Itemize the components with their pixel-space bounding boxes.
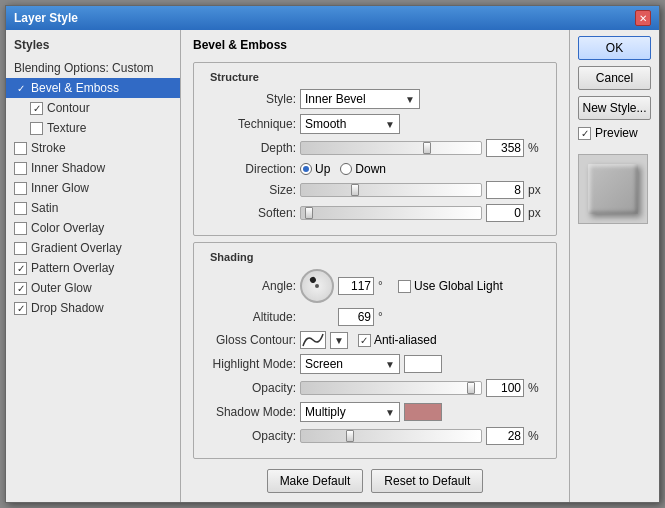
make-default-button[interactable]: Make Default (267, 469, 364, 493)
altitude-unit: ° (378, 310, 394, 324)
direction-down-item[interactable]: Down (340, 162, 386, 176)
angle-content: 117 ° Use Global Light (300, 269, 544, 303)
gloss-contour-label: Gloss Contour: (206, 333, 296, 347)
shadow-color-swatch[interactable] (404, 403, 442, 421)
direction-up-radio[interactable] (300, 163, 312, 175)
shadow-mode-dropdown[interactable]: Multiply ▼ (300, 402, 400, 422)
sidebar-item-stroke[interactable]: Stroke (6, 138, 180, 158)
style-dropdown-arrow: ▼ (405, 94, 415, 105)
shadow-opacity-input[interactable]: 28 (486, 427, 524, 445)
inner-glow-checkbox[interactable] (14, 182, 27, 195)
sidebar-item-blending-options[interactable]: Blending Options: Custom (6, 58, 180, 78)
sidebar-item-satin[interactable]: Satin (6, 198, 180, 218)
soften-input[interactable]: 0 (486, 204, 524, 222)
sidebar-item-inner-glow[interactable]: Inner Glow (6, 178, 180, 198)
sidebar-item-drop-shadow[interactable]: Drop Shadow (6, 298, 180, 318)
contour-checkbox[interactable] (30, 102, 43, 115)
structure-section: Structure Style: Inner Bevel ▼ Technique… (193, 62, 557, 236)
use-global-light-checkbox[interactable] (398, 280, 411, 293)
pattern-overlay-checkbox[interactable] (14, 262, 27, 275)
soften-slider-thumb (305, 207, 313, 219)
depth-row: Depth: 358 % (206, 139, 544, 157)
technique-value: Smooth (305, 117, 346, 131)
sidebar-item-bevel-emboss[interactable]: Bevel & Emboss (6, 78, 180, 98)
sidebar-item-gradient-overlay[interactable]: Gradient Overlay (6, 238, 180, 258)
highlight-opacity-label: Opacity: (206, 381, 296, 395)
depth-slider[interactable] (300, 141, 482, 155)
sidebar-item-color-overlay[interactable]: Color Overlay (6, 218, 180, 238)
drop-shadow-label: Drop Shadow (31, 301, 104, 315)
technique-label: Technique: (206, 117, 296, 131)
blending-options-label: Blending Options: Custom (14, 61, 153, 75)
shadow-opacity-slider[interactable] (300, 429, 482, 443)
gloss-contour-content: ▼ Anti-aliased (300, 331, 544, 349)
direction-content: Up Down (300, 162, 544, 176)
highlight-opacity-unit: % (528, 381, 544, 395)
soften-row: Soften: 0 px (206, 204, 544, 222)
satin-label: Satin (31, 201, 58, 215)
sidebar-item-pattern-overlay[interactable]: Pattern Overlay (6, 258, 180, 278)
stroke-checkbox[interactable] (14, 142, 27, 155)
inner-glow-label: Inner Glow (31, 181, 89, 195)
structure-subtitle: Structure (206, 71, 544, 83)
style-content: Inner Bevel ▼ (300, 89, 544, 109)
contour-dropdown-arrow[interactable]: ▼ (330, 332, 348, 349)
direction-label: Direction: (206, 162, 296, 176)
pattern-overlay-label: Pattern Overlay (31, 261, 114, 275)
stroke-label: Stroke (31, 141, 66, 155)
highlight-color-swatch[interactable] (404, 355, 442, 373)
contour-label: Contour (47, 101, 90, 115)
bevel-emboss-label: Bevel & Emboss (31, 81, 119, 95)
new-style-button[interactable]: New Style... (578, 96, 651, 120)
sidebar-item-outer-glow[interactable]: Outer Glow (6, 278, 180, 298)
highlight-mode-dropdown[interactable]: Screen ▼ (300, 354, 400, 374)
texture-checkbox[interactable] (30, 122, 43, 135)
shading-subtitle: Shading (206, 251, 544, 263)
altitude-label: Altitude: (206, 310, 296, 324)
inner-shadow-checkbox[interactable] (14, 162, 27, 175)
technique-dropdown-arrow: ▼ (385, 119, 395, 130)
angle-input[interactable]: 117 (338, 277, 374, 295)
sidebar-item-texture[interactable]: Texture (6, 118, 180, 138)
anti-aliased-container[interactable]: Anti-aliased (358, 333, 437, 347)
style-dropdown[interactable]: Inner Bevel ▼ (300, 89, 420, 109)
technique-dropdown[interactable]: Smooth ▼ (300, 114, 400, 134)
cancel-button[interactable]: Cancel (578, 66, 651, 90)
preview-checkbox[interactable] (578, 127, 591, 140)
ok-button[interactable]: OK (578, 36, 651, 60)
shadow-mode-value: Multiply (305, 405, 346, 419)
sidebar-item-contour[interactable]: Contour (6, 98, 180, 118)
size-slider[interactable] (300, 183, 482, 197)
shadow-opacity-unit: % (528, 429, 544, 443)
gradient-overlay-checkbox[interactable] (14, 242, 27, 255)
technique-content: Smooth ▼ (300, 114, 544, 134)
style-label: Style: (206, 92, 296, 106)
soften-slider[interactable] (300, 206, 482, 220)
satin-checkbox[interactable] (14, 202, 27, 215)
close-button[interactable]: ✕ (635, 10, 651, 26)
highlight-opacity-slider[interactable] (300, 381, 482, 395)
color-overlay-checkbox[interactable] (14, 222, 27, 235)
dialog-title: Layer Style (14, 11, 78, 25)
angle-wheel[interactable] (300, 269, 334, 303)
soften-label: Soften: (206, 206, 296, 220)
direction-down-radio[interactable] (340, 163, 352, 175)
size-input[interactable]: 8 (486, 181, 524, 199)
reset-to-default-button[interactable]: Reset to Default (371, 469, 483, 493)
highlight-mode-arrow: ▼ (385, 359, 395, 370)
left-panel: Styles Blending Options: Custom Bevel & … (6, 30, 181, 502)
shadow-opacity-content: 28 % (300, 427, 544, 445)
direction-up-item[interactable]: Up (300, 162, 330, 176)
contour-preview[interactable] (300, 331, 326, 349)
depth-input[interactable]: 358 (486, 139, 524, 157)
anti-aliased-checkbox[interactable] (358, 334, 371, 347)
bevel-emboss-checkbox[interactable] (14, 82, 27, 95)
size-slider-thumb (351, 184, 359, 196)
sidebar-item-inner-shadow[interactable]: Inner Shadow (6, 158, 180, 178)
use-global-light-checkbox-container[interactable]: Use Global Light (398, 279, 503, 293)
drop-shadow-checkbox[interactable] (14, 302, 27, 315)
highlight-opacity-input[interactable]: 100 (486, 379, 524, 397)
shadow-opacity-row: Opacity: 28 % (206, 427, 544, 445)
outer-glow-checkbox[interactable] (14, 282, 27, 295)
altitude-input[interactable]: 69 (338, 308, 374, 326)
